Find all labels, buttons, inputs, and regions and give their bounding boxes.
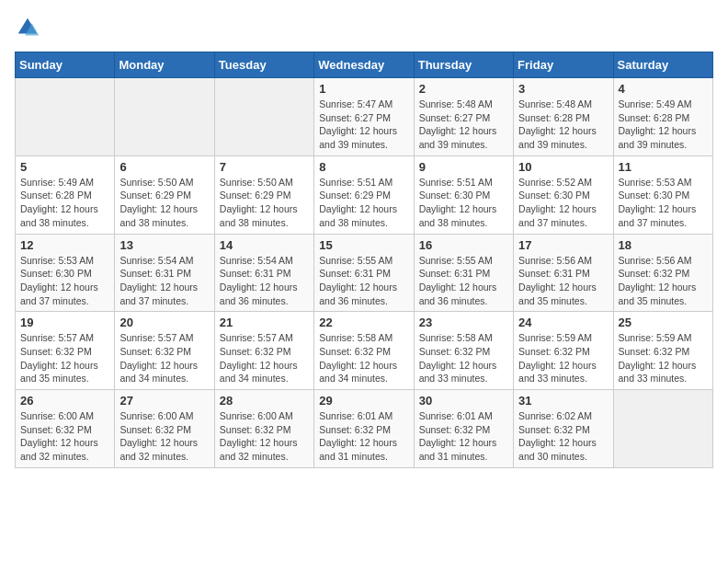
day-number: 2 [419, 82, 508, 96]
day-number: 23 [419, 316, 508, 329]
day-number: 29 [319, 394, 408, 408]
day-info: Sunrise: 5:54 AMSunset: 6:31 PMDaylight:… [220, 254, 309, 308]
day-info: Sunrise: 5:47 AMSunset: 6:27 PMDaylight:… [319, 98, 408, 152]
day-number: 24 [518, 316, 608, 329]
day-info: Sunrise: 5:52 AMSunset: 6:30 PMDaylight:… [518, 176, 608, 230]
day-info: Sunrise: 5:56 AMSunset: 6:32 PMDaylight:… [619, 254, 708, 308]
calendar-week-row: 12Sunrise: 5:53 AMSunset: 6:30 PMDayligh… [16, 234, 713, 312]
calendar-week-row: 5Sunrise: 5:49 AMSunset: 6:28 PMDaylight… [16, 155, 713, 234]
calendar-day-25: 25Sunrise: 5:59 AMSunset: 6:32 PMDayligh… [613, 312, 712, 390]
day-header-friday: Friday [514, 52, 613, 78]
calendar-empty-cell [115, 78, 214, 156]
day-info: Sunrise: 5:57 AMSunset: 6:32 PMDaylight:… [220, 331, 309, 385]
calendar-day-28: 28Sunrise: 6:00 AMSunset: 6:32 PMDayligh… [214, 390, 313, 468]
day-info: Sunrise: 6:02 AMSunset: 6:32 PMDaylight:… [518, 409, 608, 464]
calendar-day-14: 14Sunrise: 5:54 AMSunset: 6:31 PMDayligh… [214, 234, 313, 312]
day-info: Sunrise: 5:53 AMSunset: 6:30 PMDaylight:… [619, 176, 708, 230]
day-info: Sunrise: 6:01 AMSunset: 6:32 PMDaylight:… [319, 409, 408, 464]
calendar-day-18: 18Sunrise: 5:56 AMSunset: 6:32 PMDayligh… [613, 234, 712, 312]
day-number: 30 [419, 394, 508, 408]
day-info: Sunrise: 5:50 AMSunset: 6:29 PMDaylight:… [119, 176, 209, 230]
calendar-day-24: 24Sunrise: 5:59 AMSunset: 6:32 PMDayligh… [514, 312, 613, 390]
day-info: Sunrise: 5:58 AMSunset: 6:32 PMDaylight:… [319, 331, 408, 385]
day-header-saturday: Saturday [613, 52, 712, 78]
day-number: 25 [619, 316, 708, 329]
calendar-empty-cell [214, 78, 313, 156]
calendar-day-15: 15Sunrise: 5:55 AMSunset: 6:31 PMDayligh… [314, 234, 414, 312]
calendar-day-20: 20Sunrise: 5:57 AMSunset: 6:32 PMDayligh… [115, 312, 214, 390]
day-number: 14 [220, 238, 309, 252]
calendar-week-row: 1Sunrise: 5:47 AMSunset: 6:27 PMDaylight… [16, 78, 713, 156]
calendar-day-9: 9Sunrise: 5:51 AMSunset: 6:30 PMDaylight… [414, 155, 513, 234]
calendar-day-17: 17Sunrise: 5:56 AMSunset: 6:31 PMDayligh… [514, 234, 613, 312]
day-number: 22 [319, 316, 408, 329]
day-number: 9 [419, 160, 508, 174]
day-info: Sunrise: 6:00 AMSunset: 6:32 PMDaylight:… [20, 409, 109, 464]
day-header-tuesday: Tuesday [214, 52, 313, 78]
day-info: Sunrise: 5:59 AMSunset: 6:32 PMDaylight:… [619, 331, 708, 385]
day-number: 27 [119, 394, 209, 408]
day-info: Sunrise: 5:48 AMSunset: 6:28 PMDaylight:… [518, 98, 608, 152]
day-number: 15 [319, 238, 408, 252]
calendar-day-19: 19Sunrise: 5:57 AMSunset: 6:32 PMDayligh… [16, 312, 115, 390]
calendar-day-2: 2Sunrise: 5:48 AMSunset: 6:27 PMDaylight… [414, 78, 513, 156]
calendar-empty-cell [16, 78, 115, 156]
day-info: Sunrise: 5:49 AMSunset: 6:28 PMDaylight:… [20, 176, 109, 230]
day-info: Sunrise: 5:57 AMSunset: 6:32 PMDaylight:… [20, 331, 109, 385]
day-info: Sunrise: 5:54 AMSunset: 6:31 PMDaylight:… [119, 254, 209, 308]
calendar-day-11: 11Sunrise: 5:53 AMSunset: 6:30 PMDayligh… [613, 155, 712, 234]
calendar-day-21: 21Sunrise: 5:57 AMSunset: 6:32 PMDayligh… [214, 312, 313, 390]
day-number: 18 [619, 238, 708, 252]
calendar-day-4: 4Sunrise: 5:49 AMSunset: 6:28 PMDaylight… [613, 78, 712, 156]
day-info: Sunrise: 5:51 AMSunset: 6:29 PMDaylight:… [319, 176, 408, 230]
calendar-day-6: 6Sunrise: 5:50 AMSunset: 6:29 PMDaylight… [115, 155, 214, 234]
day-number: 10 [518, 160, 608, 174]
day-number: 26 [20, 394, 109, 408]
calendar-header-row: SundayMondayTuesdayWednesdayThursdayFrid… [16, 52, 713, 78]
calendar-day-31: 31Sunrise: 6:02 AMSunset: 6:32 PMDayligh… [514, 390, 613, 468]
calendar-day-26: 26Sunrise: 6:00 AMSunset: 6:32 PMDayligh… [16, 390, 115, 468]
day-number: 11 [619, 160, 708, 174]
day-info: Sunrise: 5:53 AMSunset: 6:30 PMDaylight:… [20, 254, 109, 308]
calendar-day-7: 7Sunrise: 5:50 AMSunset: 6:29 PMDaylight… [214, 155, 313, 234]
day-number: 5 [20, 160, 109, 174]
day-info: Sunrise: 5:59 AMSunset: 6:32 PMDaylight:… [518, 331, 608, 385]
calendar-day-1: 1Sunrise: 5:47 AMSunset: 6:27 PMDaylight… [314, 78, 414, 156]
day-info: Sunrise: 5:55 AMSunset: 6:31 PMDaylight:… [419, 254, 508, 308]
calendar-week-row: 19Sunrise: 5:57 AMSunset: 6:32 PMDayligh… [16, 312, 713, 390]
day-number: 12 [20, 238, 109, 252]
day-info: Sunrise: 6:00 AMSunset: 6:32 PMDaylight:… [119, 409, 209, 464]
calendar-day-8: 8Sunrise: 5:51 AMSunset: 6:29 PMDaylight… [314, 155, 414, 234]
day-header-thursday: Thursday [414, 52, 513, 78]
calendar-day-5: 5Sunrise: 5:49 AMSunset: 6:28 PMDaylight… [16, 155, 115, 234]
day-info: Sunrise: 5:58 AMSunset: 6:32 PMDaylight:… [419, 331, 508, 385]
day-info: Sunrise: 5:56 AMSunset: 6:31 PMDaylight:… [518, 254, 608, 308]
calendar-table: SundayMondayTuesdayWednesdayThursdayFrid… [15, 52, 713, 468]
calendar-day-23: 23Sunrise: 5:58 AMSunset: 6:32 PMDayligh… [414, 312, 513, 390]
day-number: 31 [518, 394, 608, 408]
day-number: 28 [220, 394, 309, 408]
day-info: Sunrise: 6:00 AMSunset: 6:32 PMDaylight:… [220, 409, 309, 464]
calendar-day-29: 29Sunrise: 6:01 AMSunset: 6:32 PMDayligh… [314, 390, 414, 468]
day-number: 7 [220, 160, 309, 174]
day-info: Sunrise: 5:55 AMSunset: 6:31 PMDaylight:… [319, 254, 408, 308]
logo-icon [15, 15, 40, 40]
page-header [15, 15, 713, 40]
day-number: 3 [518, 82, 608, 96]
calendar-day-12: 12Sunrise: 5:53 AMSunset: 6:30 PMDayligh… [16, 234, 115, 312]
day-info: Sunrise: 5:50 AMSunset: 6:29 PMDaylight:… [220, 176, 309, 230]
calendar-day-22: 22Sunrise: 5:58 AMSunset: 6:32 PMDayligh… [314, 312, 414, 390]
day-number: 21 [220, 316, 309, 329]
day-number: 1 [319, 82, 408, 96]
calendar-empty-cell [613, 390, 712, 468]
day-info: Sunrise: 5:48 AMSunset: 6:27 PMDaylight:… [419, 98, 508, 152]
day-number: 17 [518, 238, 608, 252]
day-number: 20 [119, 316, 209, 329]
logo [15, 15, 42, 40]
calendar-day-16: 16Sunrise: 5:55 AMSunset: 6:31 PMDayligh… [414, 234, 513, 312]
day-info: Sunrise: 5:51 AMSunset: 6:30 PMDaylight:… [419, 176, 508, 230]
day-header-sunday: Sunday [16, 52, 115, 78]
day-number: 6 [119, 160, 209, 174]
day-number: 4 [619, 82, 708, 96]
day-info: Sunrise: 6:01 AMSunset: 6:32 PMDaylight:… [419, 409, 508, 464]
